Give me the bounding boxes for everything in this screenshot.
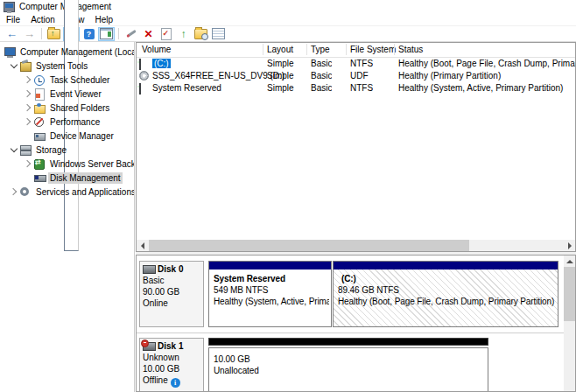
disk-state-line: Offlinei <box>143 374 200 388</box>
disk0-label-box[interactable]: Disk 0 Basic 90.00 GB Online <box>139 261 204 327</box>
tree-item-shared-folders[interactable]: Shared Folders <box>0 101 134 115</box>
menu-help[interactable]: Help <box>90 15 119 24</box>
disk-icon <box>143 265 156 274</box>
up-one-level-icon[interactable]: ↑ <box>46 27 62 41</box>
services-icon <box>19 186 32 198</box>
scrollbar-thumb[interactable] <box>149 240 469 251</box>
disk1-label-box[interactable]: Disk 1 Unknown 10.00 GB Offlinei <box>139 338 204 392</box>
partition-system-reserved[interactable]: System Reserved 549 MB NTFS Healthy (Sys… <box>208 261 332 327</box>
expander-icon[interactable] <box>10 61 18 70</box>
tree-item-windows-server-backup[interactable]: Windows Server Backup <box>0 157 134 171</box>
tree-item-event-viewer[interactable]: Event Viewer <box>0 87 134 101</box>
primary-partition-color-bar <box>209 262 331 270</box>
server-backup-icon <box>33 158 46 170</box>
column-header-type[interactable]: Type <box>311 45 330 54</box>
partition-c-selected[interactable]: (C:) 89.46 GB NTFS Healthy (Boot, Page F… <box>333 261 558 327</box>
cd-icon <box>139 71 149 80</box>
mark-active-icon[interactable]: ↑ <box>175 27 192 41</box>
menu-file[interactable]: File <box>2 15 26 24</box>
column-header-status[interactable]: Status <box>398 45 423 54</box>
column-header-volume[interactable]: Volume <box>142 45 171 54</box>
console-tree: Computer Management (Local System Tools … <box>0 42 135 392</box>
partition-size: 89.46 GB NTFS <box>338 284 556 296</box>
volume-list-header: Volume Layout Type File System Status <box>137 43 575 58</box>
expander-icon[interactable] <box>24 89 32 98</box>
volume-name: (C:) <box>152 59 171 68</box>
back-icon[interactable]: ← <box>4 27 20 41</box>
scrollbar-thumb[interactable] <box>564 267 575 321</box>
volume-layout: Simple <box>267 83 294 93</box>
help-icon[interactable]: ? <box>81 27 97 41</box>
tree-item-system-tools[interactable]: System Tools <box>0 59 134 73</box>
volume-file-system: NTFS <box>350 83 373 93</box>
expander-icon[interactable] <box>24 117 32 126</box>
volume-layout: Simple <box>267 59 294 68</box>
tree-item-computer-management[interactable]: Computer Management (Local <box>0 45 134 59</box>
volume-file-system: NTFS <box>350 59 373 68</box>
unallocated-region[interactable]: 10.00 GB Unallocated <box>208 347 488 392</box>
volume-name: System Reserved <box>152 83 221 93</box>
expander-icon[interactable] <box>24 75 32 84</box>
partition-label: System Reserved <box>214 274 285 284</box>
task-scheduler-icon <box>33 74 46 86</box>
partition-status: Healthy (System, Active, Primary Partiti… <box>214 296 329 307</box>
volume-status: Healthy (Primary Partition) <box>398 71 575 80</box>
unallocated-color-bar <box>208 338 488 346</box>
disk-size: 10.00 GB <box>143 363 200 374</box>
disk-name: Disk 0 <box>158 263 183 275</box>
partition-label: (C:) <box>341 274 356 284</box>
volume-row-system-reserved[interactable]: System Reserved Simple Basic NTFS Health… <box>137 82 575 94</box>
tree-item-device-manager[interactable]: Device Manager <box>0 129 134 143</box>
storage-icon <box>19 144 32 156</box>
device-manager-icon <box>33 130 46 142</box>
volume-file-system: UDF <box>350 71 369 80</box>
scroll-up-arrow-icon[interactable] <box>564 256 575 267</box>
column-header-file-system[interactable]: File System <box>350 45 396 54</box>
column-separator[interactable] <box>306 44 307 55</box>
volume-status: Healthy (Boot, Page File, Crash Dump, Pr… <box>398 59 575 68</box>
unallocated-label: Unallocated <box>214 365 486 376</box>
forward-icon[interactable]: → <box>21 27 38 41</box>
column-separator[interactable] <box>346 44 347 55</box>
volume-type: Basic <box>311 59 332 68</box>
column-separator[interactable] <box>263 44 263 55</box>
disk-kind: Unknown <box>143 352 200 363</box>
tree-item-services-and-applications[interactable]: Services and Applications <box>0 185 134 199</box>
disk-graphic-panel: Disk 0 Basic 90.00 GB Online System Rese… <box>136 255 576 392</box>
partition-size: 549 MB NTFS <box>214 284 329 296</box>
volume-list-panel: Volume Layout Type File System Status (C… <box>136 42 576 252</box>
computer-icon <box>4 46 16 58</box>
scroll-right-arrow-icon[interactable] <box>564 240 575 251</box>
column-separator[interactable] <box>394 44 395 55</box>
column-header-layout[interactable]: Layout <box>267 45 293 54</box>
tree-item-performance[interactable]: Performance <box>0 115 134 129</box>
volume-status: Healthy (System, Active, Primary Partiti… <box>398 83 575 93</box>
show-console-tree-icon[interactable] <box>63 27 80 41</box>
expander-icon[interactable] <box>24 103 32 112</box>
expander-icon[interactable] <box>10 187 18 196</box>
drive-icon <box>139 59 141 70</box>
rescan-tool-icon[interactable] <box>123 27 139 41</box>
expander-icon[interactable] <box>10 145 18 154</box>
show-action-pane-icon[interactable] <box>98 27 115 41</box>
volume-layout: Simple <box>267 71 294 80</box>
volume-row-c[interactable]: (C:) Simple Basic NTFS Healthy (Boot, Pa… <box>137 58 575 70</box>
app-icon <box>4 2 15 12</box>
task-check-icon[interactable] <box>158 27 174 41</box>
tree-item-disk-management[interactable]: Disk Management <box>0 171 134 185</box>
properties-icon[interactable] <box>210 27 227 41</box>
menu-bar: File Action View Help <box>0 13 576 25</box>
unallocated-size: 10.00 GB <box>214 354 486 365</box>
volume-row-d[interactable]: SSS_X64FREE_EN-US_DV9 (D:) Simple Basic … <box>137 70 575 82</box>
horizontal-scrollbar[interactable] <box>137 240 575 251</box>
volume-type: Basic <box>311 83 332 93</box>
menu-action[interactable]: Action <box>26 15 61 24</box>
tree-item-task-scheduler[interactable]: Task Scheduler <box>0 73 134 87</box>
tree-item-storage[interactable]: Storage <box>0 143 134 157</box>
vertical-scrollbar[interactable] <box>564 256 575 391</box>
scroll-left-arrow-icon[interactable] <box>137 240 148 251</box>
delete-volume-icon[interactable]: ✕ <box>140 27 157 41</box>
explore-folder-icon[interactable] <box>193 27 209 41</box>
expander-icon[interactable] <box>24 159 32 168</box>
info-icon[interactable]: i <box>171 378 180 388</box>
